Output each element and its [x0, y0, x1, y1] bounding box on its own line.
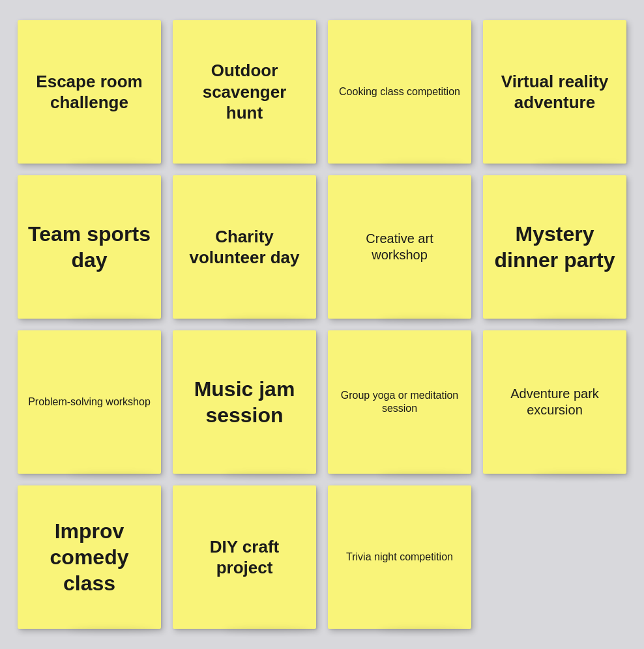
note-text-team-sports: Team sports day	[28, 221, 151, 273]
note-text-music-jam: Music jam session	[183, 376, 306, 428]
sticky-note-music-jam: Music jam session	[173, 330, 316, 474]
sticky-note-trivia-night: Trivia night competition	[328, 485, 471, 629]
sticky-note-improv-comedy: Improv comedy class	[18, 485, 161, 629]
sticky-note-problem-solving: Problem-solving workshop	[18, 330, 161, 474]
sticky-note-creative-art: Creative art workshop	[328, 175, 471, 319]
sticky-notes-board: Escape room challengeOutdoor scavenger h…	[3, 6, 641, 643]
note-text-diy-craft: DIY craft project	[183, 536, 306, 579]
sticky-note-mystery-dinner: Mystery dinner party	[483, 175, 626, 319]
note-text-trivia-night: Trivia night competition	[346, 551, 453, 564]
note-text-cooking-class: Cooking class competition	[339, 85, 460, 98]
note-text-adventure-park: Adventure park excursion	[493, 386, 616, 418]
note-text-outdoor-scavenger: Outdoor scavenger hunt	[183, 60, 306, 124]
note-text-virtual-reality: Virtual reality adventure	[493, 71, 616, 113]
sticky-note-group-yoga: Group yoga or meditation session	[328, 330, 471, 474]
note-text-escape-room: Escape room challenge	[28, 71, 151, 113]
sticky-note-cooking-class: Cooking class competition	[328, 20, 471, 164]
note-text-problem-solving: Problem-solving workshop	[28, 396, 151, 409]
sticky-note-virtual-reality: Virtual reality adventure	[483, 20, 626, 164]
sticky-note-charity-volunteer: Charity volunteer day	[173, 175, 316, 319]
note-text-charity-volunteer: Charity volunteer day	[183, 226, 306, 268]
sticky-note-outdoor-scavenger: Outdoor scavenger hunt	[173, 20, 316, 164]
sticky-note-escape-room: Escape room challenge	[18, 20, 161, 164]
note-text-group-yoga: Group yoga or meditation session	[338, 389, 461, 415]
sticky-note-empty-1	[483, 485, 626, 629]
sticky-note-diy-craft: DIY craft project	[173, 485, 316, 629]
note-text-creative-art: Creative art workshop	[338, 231, 461, 263]
sticky-note-team-sports: Team sports day	[18, 175, 161, 319]
note-text-improv-comedy: Improv comedy class	[28, 518, 151, 596]
note-text-mystery-dinner: Mystery dinner party	[493, 221, 616, 273]
sticky-note-adventure-park: Adventure park excursion	[483, 330, 626, 474]
